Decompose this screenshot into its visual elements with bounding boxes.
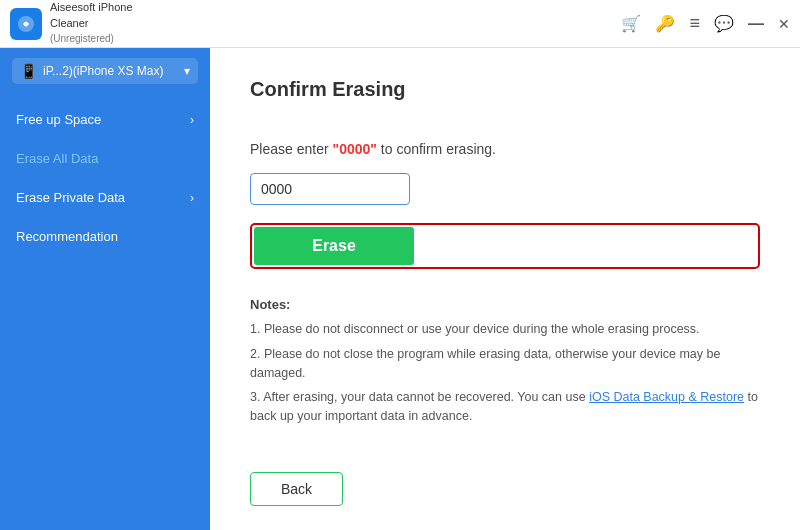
confirm-text: Please enter "0000" to confirm erasing. (250, 141, 760, 157)
app-sub-name: Cleaner (50, 17, 89, 29)
confirm-text-before: Please enter (250, 141, 333, 157)
back-button[interactable]: Back (250, 472, 343, 506)
confirm-text-after: to confirm erasing. (377, 141, 496, 157)
main-content: Confirm Erasing Please enter "0000" to c… (210, 48, 800, 530)
chat-icon[interactable]: 💬 (714, 14, 734, 33)
note-item-2: 2. Please do not close the program while… (250, 345, 760, 383)
sidebar-item-erase-private-data[interactable]: Erase Private Data › (0, 178, 210, 217)
back-button-area: Back (250, 462, 760, 506)
sidebar-item-recommendation[interactable]: Recommendation (0, 217, 210, 256)
sidebar-item-label: Erase Private Data (16, 190, 125, 205)
note-item-3: 3. After erasing, your data cannot be re… (250, 388, 760, 426)
chevron-right-icon: › (190, 113, 194, 127)
app-title-text: Aiseesoft iPhone Cleaner (Unregistered) (50, 0, 133, 46)
device-label: iP...2)(iPhone XS Max) (43, 64, 164, 78)
app-branding: Aiseesoft iPhone Cleaner (Unregistered) (10, 0, 133, 46)
confirm-input[interactable] (250, 173, 410, 205)
note-item-1: 1. Please do not disconnect or use your … (250, 320, 760, 339)
confirm-code: "0000" (333, 141, 377, 157)
erase-button-wrapper: Erase (250, 223, 760, 269)
device-selector[interactable]: 📱 iP...2)(iPhone XS Max) ▾ (12, 58, 198, 84)
sidebar-item-free-up-space[interactable]: Free up Space › (0, 100, 210, 139)
app-body: 📱 iP...2)(iPhone XS Max) ▾ Free up Space… (0, 48, 800, 530)
sidebar-item-label: Recommendation (16, 229, 118, 244)
title-bar-controls: 🛒 🔑 ≡ 💬 — ✕ (621, 13, 790, 34)
page-title: Confirm Erasing (250, 78, 760, 101)
chevron-down-icon: ▾ (184, 64, 190, 78)
app-name: Aiseesoft iPhone (50, 1, 133, 13)
close-icon[interactable]: ✕ (778, 16, 790, 32)
title-bar: Aiseesoft iPhone Cleaner (Unregistered) … (0, 0, 800, 48)
app-logo (10, 8, 42, 40)
chevron-right-icon: › (190, 191, 194, 205)
notes-section: Notes: 1. Please do not disconnect or us… (250, 297, 760, 432)
sidebar-item-label: Free up Space (16, 112, 101, 127)
minimize-icon[interactable]: — (748, 15, 764, 33)
ios-backup-link[interactable]: iOS Data Backup & Restore (589, 390, 744, 404)
notes-title: Notes: (250, 297, 760, 312)
erase-button[interactable]: Erase (254, 227, 414, 265)
phone-icon: 📱 (20, 63, 37, 79)
sidebar: 📱 iP...2)(iPhone XS Max) ▾ Free up Space… (0, 48, 210, 530)
notes-list: 1. Please do not disconnect or use your … (250, 320, 760, 426)
key-icon[interactable]: 🔑 (655, 14, 675, 33)
app-status: (Unregistered) (50, 33, 114, 44)
sidebar-nav: Free up Space › Erase All Data Erase Pri… (0, 100, 210, 520)
note-3-before: 3. After erasing, your data cannot be re… (250, 390, 589, 404)
sidebar-item-erase-all-data[interactable]: Erase All Data (0, 139, 210, 178)
cart-icon[interactable]: 🛒 (621, 14, 641, 33)
sidebar-item-label: Erase All Data (16, 151, 98, 166)
menu-icon[interactable]: ≡ (689, 13, 700, 34)
